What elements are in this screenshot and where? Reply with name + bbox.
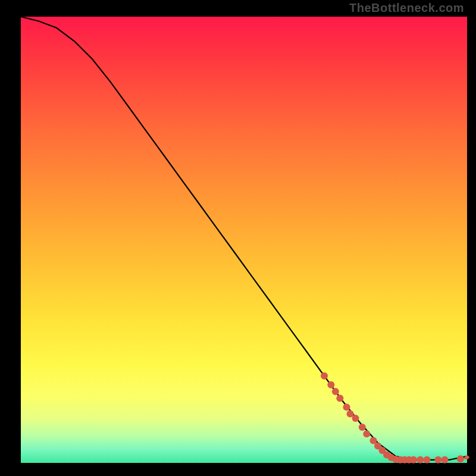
data-marker	[441, 456, 449, 464]
data-marker	[327, 381, 334, 389]
data-marker	[336, 394, 343, 402]
data-marker	[343, 403, 350, 411]
data-marker	[410, 456, 417, 464]
chart-frame: TheBottleneck.com	[0, 0, 476, 476]
data-marker	[424, 456, 431, 464]
curve-line	[21, 17, 467, 460]
chart-svg	[21, 17, 467, 463]
data-marker	[434, 456, 441, 464]
data-marker	[363, 430, 370, 437]
marker-group	[321, 372, 464, 464]
data-marker	[321, 372, 328, 380]
data-marker	[359, 424, 366, 431]
data-marker	[352, 415, 359, 422]
plot-area	[21, 17, 467, 463]
data-marker	[416, 456, 424, 464]
attribution-text: TheBottleneck.com	[349, 1, 464, 15]
data-marker	[332, 388, 339, 395]
data-marker	[457, 455, 464, 462]
ribbon-end-icon	[464, 455, 469, 459]
